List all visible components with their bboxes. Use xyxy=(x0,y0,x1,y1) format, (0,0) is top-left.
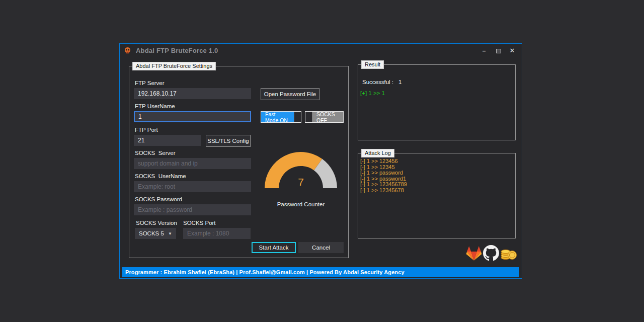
socks-username-input[interactable] xyxy=(134,181,251,192)
footer-icons xyxy=(466,244,518,262)
successful-label: Successful : xyxy=(362,79,393,85)
window-title: Abdal FTP BruteForce 1.0 xyxy=(136,47,218,54)
socks-password-label: SOCKS Password xyxy=(135,196,182,202)
attack-log-group-label: Attack Log xyxy=(361,149,394,157)
ftp-server-input[interactable] xyxy=(134,88,251,99)
socks-port-input[interactable] xyxy=(183,228,251,239)
ftp-server-label: FTP Server xyxy=(135,80,165,86)
titlebar[interactable]: Abdal FTP BruteForce 1.0 – ✕ xyxy=(120,44,522,58)
chevron-down-icon: ▼ xyxy=(168,231,172,236)
gauge-label: Password Counter xyxy=(257,201,345,207)
fast-mode-toggle-label: Fast Mode ON xyxy=(261,112,294,122)
socks-server-input[interactable] xyxy=(134,158,251,169)
ftp-username-label: FTP UserName xyxy=(135,103,175,109)
log-entry: [-] 1 >> password xyxy=(360,170,407,176)
socks-password-input[interactable] xyxy=(134,204,251,215)
log-entry: [-] 1 >> 123456 xyxy=(360,158,407,165)
maximize-icon xyxy=(496,49,501,53)
socks-version-label: SOCKS Version xyxy=(136,220,177,226)
attack-log-entries: [-] 1 >> 123456[-] 1 >> 12345[-] 1 >> pa… xyxy=(360,158,407,193)
result-group-label: Result xyxy=(361,60,384,69)
socks-toggle-label: SOCKS OFF xyxy=(312,112,343,122)
socks-toggle-knob xyxy=(305,112,312,122)
result-groupbox: Result Successful : 1 [+] 1 >> 1 xyxy=(358,64,516,140)
fast-mode-toggle[interactable]: Fast Mode ON xyxy=(261,111,301,123)
coins-icon[interactable] xyxy=(500,245,517,261)
socks-port-label: SOCKS Port xyxy=(183,220,216,226)
log-entry: [-] 1 >> 123456789 xyxy=(360,182,407,188)
start-attack-button[interactable]: Start Attack xyxy=(252,242,296,253)
settings-groupbox: Abdal FTP BruteForce Settings FTP Server… xyxy=(129,66,349,258)
github-icon[interactable] xyxy=(483,245,499,261)
attack-log-groupbox: Attack Log [-] 1 >> 123456[-] 1 >> 12345… xyxy=(358,153,516,238)
socks-version-value: SOCKS 5 xyxy=(139,230,164,236)
fast-mode-toggle-knob xyxy=(294,112,301,122)
socks-toggle[interactable]: SOCKS OFF xyxy=(305,111,344,123)
statusbar-text: Programmer : Ebrahim Shafiei (EbraSha) |… xyxy=(125,269,405,275)
socks-username-label: SOCKS UserName xyxy=(135,173,186,179)
ftp-port-label: FTP Port xyxy=(135,127,158,133)
socks-server-label: SOCKS Server xyxy=(135,150,176,156)
app-window: Abdal FTP BruteForce 1.0 – ✕ Abdal FTP B… xyxy=(119,43,522,279)
cancel-button[interactable]: Cancel xyxy=(298,242,344,253)
successful-value: 1 xyxy=(398,79,401,85)
statusbar: Programmer : Ebrahim Shafiei (EbraSha) |… xyxy=(122,267,519,277)
maximize-button[interactable] xyxy=(493,46,504,56)
socks-version-select[interactable]: SOCKS 5 ▼ xyxy=(135,228,176,239)
gitlab-icon[interactable] xyxy=(466,245,482,261)
result-entries: [+] 1 >> 1 xyxy=(360,90,385,96)
ftp-port-input[interactable] xyxy=(134,135,201,146)
ftp-username-input[interactable] xyxy=(134,111,251,122)
log-entry: [-] 1 >> 12345678 xyxy=(360,188,407,194)
gauge-value: 7 xyxy=(265,176,337,188)
app-skull-icon xyxy=(124,47,131,54)
close-button[interactable]: ✕ xyxy=(507,46,518,56)
settings-group-label: Abdal FTP BruteForce Settings xyxy=(132,62,216,70)
open-password-file-button[interactable]: Open Password File xyxy=(261,88,319,100)
ssl-tls-config-button[interactable]: SSL/TLS Config xyxy=(206,135,251,147)
minimize-button[interactable]: – xyxy=(478,46,490,56)
log-entry: [+] 1 >> 1 xyxy=(360,90,385,96)
